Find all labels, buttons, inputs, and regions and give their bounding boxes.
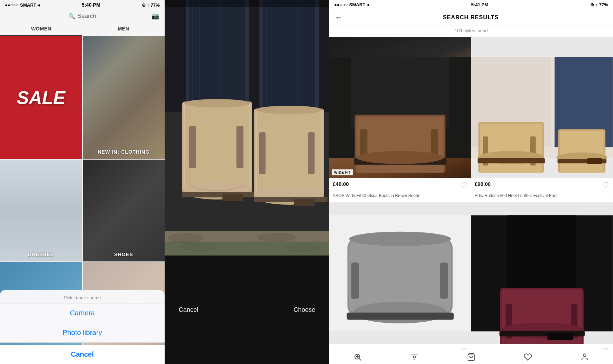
clothing-image [83,36,165,159]
product-info-2: £90.00 ♡ [471,178,613,193]
status-right-results: ⊕ ↑ 77% [590,2,608,7]
product-name-1: ASOS Wide Fit Chelsea Boots in Brown Sue… [329,193,471,202]
svg-point-34 [256,106,322,114]
svg-rect-33 [294,199,315,206]
panel-picker: Cancel Choose [165,0,329,364]
picker-cancel-button[interactable]: Cancel [179,306,198,314]
svg-point-52 [357,151,444,164]
svg-rect-83 [547,333,573,340]
boot-image-tan [471,37,613,178]
product-image-3 [329,203,471,344]
category-sale[interactable]: SALE [0,36,82,159]
dresses-label: DRESSES [0,252,82,257]
status-right: ⊕ ↑ 77% [142,2,160,8]
svg-rect-63 [560,131,604,173]
svg-point-36 [168,233,203,243]
nav-search-icon[interactable] [329,353,386,361]
search-inner: 🔍 Search [6,13,159,20]
wishlist-button-3[interactable]: ♡ [460,347,467,350]
product-image-4 [471,203,613,344]
photo-library-button[interactable]: Photo library [0,323,165,343]
search-input-label: Search [77,13,96,20]
category-shoes[interactable]: SHOES [83,160,165,261]
results-header: ← SEARCH RESULTS [329,9,613,26]
status-bar-results: ●●○○○ SMART ◂ 5:41 PM ⊕ ↑ 77% [329,0,613,9]
svg-rect-32 [254,197,328,202]
shoes-image [83,160,165,261]
status-left-results: ●●○○○ SMART ◂ [334,2,369,7]
svg-rect-28 [259,132,266,174]
svg-rect-66 [587,158,601,164]
product-info-1: £40.00 ♡ [329,178,471,193]
dresses-image [0,160,82,261]
category-dresses[interactable]: DRESSES [0,160,82,261]
boot-preview-image [165,0,329,255]
nav-wishlist-icon[interactable] [500,353,556,361]
clothing-label: NEW IN: CLOTHING [83,149,165,155]
product-name-2: H by Hudson Mid Heel Leather Festival Bo… [471,193,613,202]
svg-rect-29 [308,132,315,174]
action-sheet-title: Pick image source [0,290,165,303]
svg-rect-19 [236,126,243,168]
nav-account-icon[interactable] [556,353,613,361]
nav-bag-icon[interactable] [443,353,500,361]
status-time-results: 5:41 PM [471,2,488,7]
signal-icon: ●●○○○ [5,2,19,8]
nav-filter-icon[interactable] [386,353,443,361]
back-button[interactable]: ← [335,13,343,22]
svg-line-85 [359,359,361,361]
svg-rect-73 [347,313,454,320]
svg-rect-22 [182,192,256,197]
camera-option-button[interactable]: Camera [0,303,165,323]
search-bar[interactable]: 🔍 Search 📷 [0,10,165,22]
wishlist-button-1[interactable]: ♡ [460,181,467,190]
cancel-button[interactable]: Cancel [0,345,165,364]
camera-icon[interactable]: 📷 [151,12,159,20]
picker-preview [165,0,329,255]
product-cell-2: £90.00 ♡ H by Hudson Mid Heel Leather Fe… [471,37,613,203]
svg-rect-44 [165,0,329,7]
browse-tabs: WOMEN MEN [0,22,165,36]
status-bar-browse: ●●○○○ SMART ◂ 5:40 PM ⊕ ↑ 77% [0,0,165,10]
svg-rect-23 [222,194,243,201]
wishlist-button-2[interactable]: ♡ [602,181,609,190]
carrier-label: SMART [20,2,36,8]
svg-point-93 [583,354,586,357]
sale-text: SALE [0,36,82,159]
product-info-4: ♡ [471,344,613,350]
search-icon: 🔍 [68,13,75,20]
product-grid: WIDE FIT £40.00 ♡ ASOS Wide Fit Chelsea … [329,37,613,350]
product-cell-1: WIDE FIT £40.00 ♡ ASOS Wide Fit Chelsea … [329,37,471,203]
bottom-nav [329,350,613,364]
tab-women[interactable]: WOMEN [0,22,82,36]
product-price-2: £90.00 [475,181,491,187]
results-count: 100 styles found [329,26,613,37]
wishlist-button-4[interactable]: ♡ [602,347,609,350]
boot-image-brown [329,37,471,178]
action-sheet: Pick image source Camera Photo library [0,290,165,343]
product-cell-4: ♡ [471,203,613,350]
signal-detail: ⊕ ↑ 77% [142,2,160,8]
svg-rect-61 [478,158,545,163]
svg-rect-18 [189,126,196,168]
boot-image-grey [329,203,471,344]
product-badge-1: WIDE FIT [332,169,353,175]
category-clothing[interactable]: NEW IN: CLOTHING [83,36,165,159]
svg-rect-43 [165,241,329,255]
boot-image-maroon [471,203,613,344]
svg-rect-71 [440,262,448,299]
status-time: 5:40 PM [82,2,100,8]
svg-rect-70 [351,262,359,299]
action-sheet-overlay: Pick image source Camera Photo library C… [0,290,165,364]
svg-point-24 [184,99,250,107]
product-image-1: WIDE FIT [329,37,471,178]
picker-choose-button[interactable]: Choose [294,306,315,314]
tab-men[interactable]: MEN [82,22,165,36]
panel-browse: ●●○○○ SMART ◂ 5:40 PM ⊕ ↑ 77% 🔍 Search 📷… [0,0,165,364]
svg-point-38 [257,233,296,242]
product-cell-3: ♡ [329,203,471,350]
product-image-2 [471,37,613,178]
product-info-3: ♡ [329,344,471,350]
status-left: ●●○○○ SMART ◂ [5,2,40,8]
panel-results: ●●○○○ SMART ◂ 5:41 PM ⊕ ↑ 77% ← SEARCH R… [329,0,613,364]
